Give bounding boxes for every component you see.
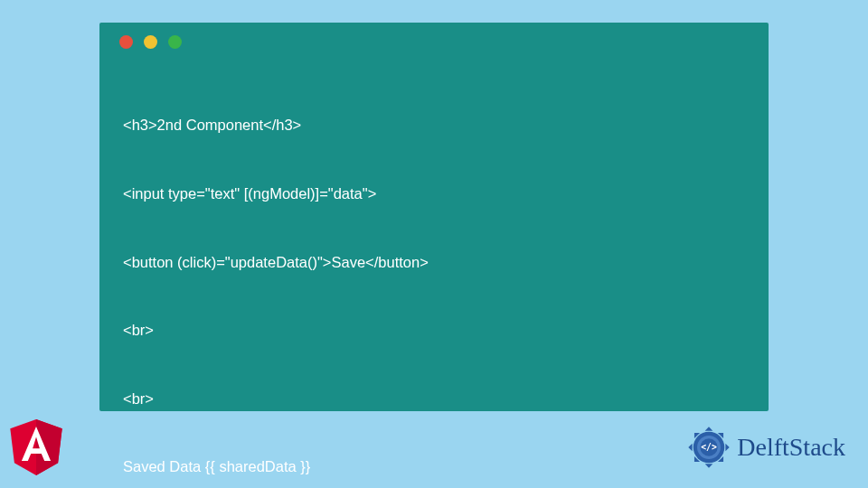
code-line: <br> [123,319,745,342]
code-window: <h3>2nd Component</h3> <input type="text… [99,23,769,411]
delftstack-label: DelftStack [737,433,845,462]
svg-text:</>: </> [701,442,717,452]
code-body: <h3>2nd Component</h3> <input type="text… [99,49,769,488]
window-controls [99,23,769,49]
angular-logo-icon [9,419,63,479]
svg-marker-4 [689,444,693,452]
code-line: <br> [123,388,745,410]
code-line: Saved Data {{ sharedData }} [123,455,745,478]
delftstack-gear-icon: </> [684,423,733,472]
maximize-dot[interactable] [168,35,182,49]
code-line: <input type="text" [(ngModel)]="data"> [123,183,745,205]
code-line: <button (click)="updateData()">Save</but… [123,251,745,274]
svg-marker-3 [705,464,713,467]
delftstack-branding: </> DelftStack [684,423,845,472]
svg-marker-5 [726,444,730,452]
close-dot[interactable] [119,35,133,49]
minimize-dot[interactable] [144,35,157,49]
code-line: <h3>2nd Component</h3> [123,114,745,136]
svg-marker-2 [705,427,713,430]
